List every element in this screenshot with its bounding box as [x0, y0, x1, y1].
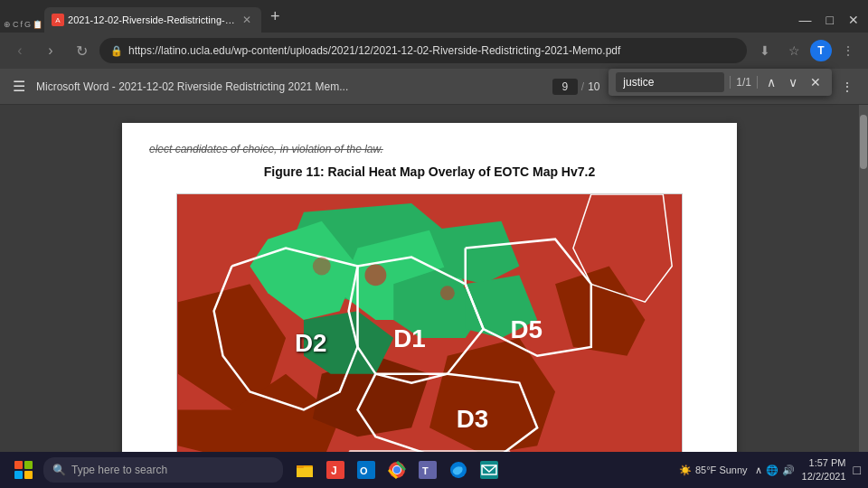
mail-icon[interactable] — [475, 455, 504, 484]
taskbar-pinned-icons: J O T — [290, 455, 504, 484]
minimize-button[interactable]: — — [794, 11, 817, 29]
svg-point-27 — [393, 466, 401, 474]
edge-icon[interactable] — [444, 455, 473, 484]
outlook-icon[interactable]: O — [352, 455, 381, 484]
svg-text:T: T — [422, 465, 429, 476]
teams-icon[interactable]: T — [413, 455, 442, 484]
taskbar-search-text: Type here to search — [71, 464, 167, 476]
svg-rect-16 — [349, 450, 511, 452]
nav-right-buttons: ⬇ ☆ T ⋮ — [752, 38, 861, 63]
lock-icon: 🔒 — [110, 45, 123, 57]
taskbar-right: ☀️ 85°F Sunny ∧ 🌐 🔊 1:57 PM 12/2/2021 □ — [679, 456, 861, 484]
svg-point-13 — [364, 264, 386, 286]
sound-icon[interactable]: 🔊 — [782, 465, 795, 476]
pdf-scroll-area[interactable]: elect candidates of choice, in violation… — [0, 105, 859, 452]
win-sq3 — [14, 471, 23, 479]
svg-rect-19 — [297, 467, 313, 477]
figure-title: Figure 11: Racial Heat Map Overlay of EO… — [149, 164, 710, 179]
forward-button[interactable]: › — [38, 38, 63, 63]
search-next-button[interactable]: ∨ — [785, 73, 801, 91]
reload-button[interactable]: ↻ — [69, 38, 94, 63]
window-controls: — □ ✕ — [794, 11, 864, 33]
tab-favicon: A — [52, 14, 64, 26]
clock-display[interactable]: 1:57 PM 12/2/2021 — [802, 456, 846, 484]
search-input[interactable] — [616, 72, 724, 92]
more-button[interactable]: ⋮ — [835, 76, 859, 98]
tab-bar: ⊕ C f G 📋 A 2021-12-02-Riverside-Redistr… — [0, 0, 868, 33]
d5-label: D5 — [510, 315, 542, 343]
weather-text: 85°F Sunny — [695, 465, 748, 475]
network-icon[interactable]: 🌐 — [766, 465, 778, 476]
app-icon-1[interactable]: J — [321, 455, 350, 484]
svg-rect-20 — [297, 465, 304, 468]
search-count: 1/1 — [730, 76, 758, 89]
start-button[interactable] — [7, 457, 40, 483]
pdf-page-total: 10 — [588, 80, 599, 93]
pdf-page-info: / 10 — [552, 79, 600, 95]
chrome-icon[interactable] — [382, 455, 411, 484]
win-sq2 — [24, 461, 33, 469]
notification-button[interactable]: □ — [854, 463, 861, 477]
pdf-page-sep: / — [581, 80, 584, 93]
search-prev-button[interactable]: ∧ — [763, 73, 779, 91]
pdf-page: elect candidates of choice, in violation… — [122, 123, 737, 452]
pdf-document-title: Microsoft Word - 2021-12-02 Riverside Re… — [36, 80, 545, 93]
pdf-page-input[interactable] — [552, 79, 578, 95]
new-tab-button[interactable]: + — [263, 7, 288, 26]
taskbar-search-bar[interactable]: 🔍 Type here to search — [43, 457, 283, 483]
active-tab[interactable]: A 2021-12-02-Riverside-Redistricting-202… — [44, 7, 261, 33]
d1-label: D1 — [393, 324, 426, 352]
clock-time: 1:57 PM — [802, 456, 846, 470]
clock-date: 12/2/2021 — [802, 470, 846, 483]
search-close-button[interactable]: ✕ — [807, 73, 825, 91]
windows-icon — [14, 461, 33, 479]
system-tray: ∧ 🌐 🔊 — [755, 465, 795, 476]
profile-button[interactable]: T — [810, 40, 832, 61]
nav-bar: ‹ › ↻ 🔒 https://latino.ucla.edu/wp-conte… — [0, 33, 868, 69]
map-svg: D2 D1 D5 D3 © SocialExplorer Inc. — [177, 194, 682, 452]
menu-button[interactable]: ⋮ — [835, 38, 861, 63]
tab-close-button[interactable]: ✕ — [240, 13, 254, 27]
d3-label: D3 — [457, 405, 489, 433]
file-explorer-icon[interactable] — [290, 455, 319, 484]
search-overlay: 1/1 ∧ ∨ ✕ — [609, 69, 832, 96]
svg-point-14 — [440, 286, 455, 300]
close-button[interactable]: ✕ — [843, 11, 864, 29]
maximize-button[interactable]: □ — [821, 11, 839, 29]
weather-icon: ☀️ — [679, 465, 692, 476]
taskbar: 🔍 Type here to search J O — [0, 452, 868, 488]
racial-heat-map: D2 D1 D5 D3 © SocialExplorer Inc. — [176, 193, 683, 452]
d2-label: D2 — [295, 329, 327, 357]
address-text: https://latino.ucla.edu/wp-content/uploa… — [128, 44, 736, 57]
scrollbar[interactable] — [859, 105, 868, 452]
bookmark-button[interactable]: ☆ — [781, 38, 807, 63]
download-button[interactable]: ⬇ — [752, 38, 778, 63]
tray-expand-button[interactable]: ∧ — [755, 465, 762, 476]
tab-title: 2021-12-02-Riverside-Redistricting-2021-… — [68, 14, 236, 25]
sidebar-toggle-button[interactable]: ☰ — [9, 74, 29, 99]
svg-point-15 — [313, 258, 331, 276]
weather-display[interactable]: ☀️ 85°F Sunny — [679, 465, 748, 476]
address-bar[interactable]: 🔒 https://latino.ucla.edu/wp-content/upl… — [99, 38, 747, 63]
struck-text: elect candidates of choice, in violation… — [149, 141, 710, 157]
browser-frame: ⊕ C f G 📋 A 2021-12-02-Riverside-Redistr… — [0, 0, 868, 488]
win-sq1 — [14, 461, 23, 469]
svg-text:O: O — [360, 465, 368, 476]
taskbar-search-icon: 🔍 — [52, 464, 66, 476]
scrollbar-thumb[interactable] — [860, 115, 867, 169]
win-sq4 — [24, 471, 33, 479]
svg-rect-31 — [480, 461, 498, 479]
svg-text:J: J — [331, 465, 337, 477]
back-button[interactable]: ‹ — [7, 38, 33, 63]
pdf-area-wrapper: elect candidates of choice, in violation… — [0, 105, 868, 452]
strikethrough-text: elect candidates of choice, in violation… — [149, 143, 383, 155]
